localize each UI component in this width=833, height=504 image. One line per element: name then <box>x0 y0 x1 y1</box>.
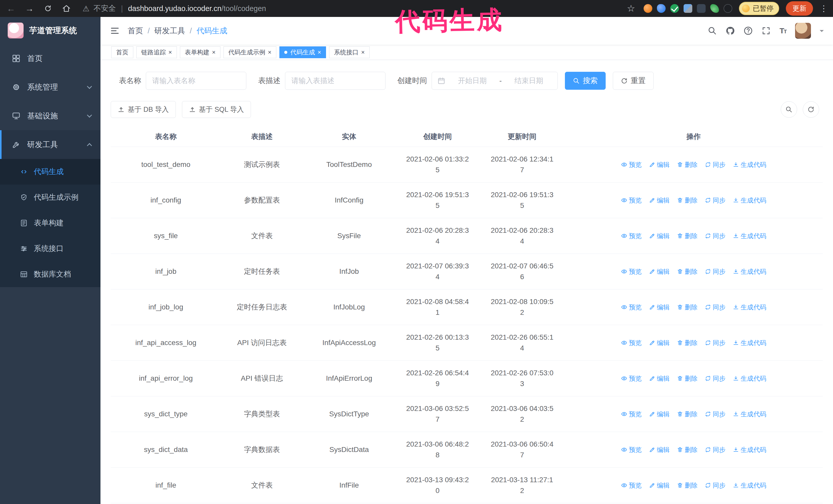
search-toggle-button[interactable] <box>781 101 797 118</box>
create-time-range-picker[interactable]: 开始日期 - 结束日期 <box>432 72 558 90</box>
generate-code-link[interactable]: 生成代码 <box>733 409 766 419</box>
browser-home-button[interactable] <box>61 3 72 14</box>
edit-link[interactable]: 编辑 <box>649 337 670 348</box>
table-name-input[interactable] <box>146 72 246 90</box>
extension-icon-4[interactable] <box>684 4 692 13</box>
sync-link[interactable]: 同步 <box>705 302 725 312</box>
extension-icon-1[interactable] <box>644 4 652 13</box>
close-icon[interactable]: × <box>168 49 172 55</box>
edit-link[interactable]: 编辑 <box>649 195 670 206</box>
extension-icon-7[interactable] <box>723 4 732 13</box>
browser-reload-button[interactable] <box>42 3 54 14</box>
edit-link[interactable]: 编辑 <box>649 231 670 241</box>
edit-link[interactable]: 编辑 <box>649 266 670 277</box>
preview-link[interactable]: 预览 <box>621 373 642 384</box>
delete-link[interactable]: 删除 <box>677 195 698 206</box>
tab-codegen-example[interactable]: 代码生成示例× <box>223 46 276 58</box>
import-db-button[interactable]: 基于 DB 导入 <box>111 101 176 118</box>
breadcrumb-home[interactable]: 首页 <box>128 26 143 36</box>
generate-code-link[interactable]: 生成代码 <box>733 195 766 206</box>
delete-link[interactable]: 删除 <box>677 444 698 455</box>
edit-link[interactable]: 编辑 <box>649 373 670 384</box>
refresh-table-button[interactable] <box>803 101 819 118</box>
start-date-placeholder[interactable]: 开始日期 <box>449 76 495 86</box>
github-icon[interactable] <box>725 26 735 35</box>
generate-code-link[interactable]: 生成代码 <box>733 373 766 384</box>
delete-link[interactable]: 删除 <box>677 231 698 241</box>
edit-link[interactable]: 编辑 <box>649 480 670 491</box>
tab-codegen[interactable]: 代码生成× <box>279 46 326 58</box>
sync-link[interactable]: 同步 <box>705 337 725 348</box>
preview-link[interactable]: 预览 <box>621 231 642 241</box>
sync-link[interactable]: 同步 <box>705 373 725 384</box>
bookmark-star-icon[interactable]: ☆ <box>625 3 637 14</box>
address-bar[interactable]: ⚠ 不安全 | dashboard.yudao.iocoder.cn/tool/… <box>79 3 618 14</box>
sidebar-item-infrastructure[interactable]: 基础设施 <box>0 101 100 130</box>
close-icon[interactable]: × <box>317 49 321 55</box>
delete-link[interactable]: 删除 <box>677 480 698 491</box>
delete-link[interactable]: 删除 <box>677 159 698 170</box>
preview-link[interactable]: 预览 <box>621 444 642 455</box>
sync-link[interactable]: 同步 <box>705 266 725 277</box>
user-avatar[interactable] <box>795 23 811 39</box>
hamburger-icon[interactable] <box>110 26 120 36</box>
delete-link[interactable]: 删除 <box>677 373 698 384</box>
end-date-placeholder[interactable]: 结束日期 <box>506 76 552 86</box>
browser-update-button[interactable]: 更新 <box>786 1 813 16</box>
delete-link[interactable]: 删除 <box>677 337 698 348</box>
edit-link[interactable]: 编辑 <box>649 409 670 419</box>
sidebar-item-dev-tools[interactable]: 研发工具 <box>0 130 100 159</box>
preview-link[interactable]: 预览 <box>621 195 642 206</box>
delete-link[interactable]: 删除 <box>677 302 698 312</box>
generate-code-link[interactable]: 生成代码 <box>733 480 766 491</box>
sync-link[interactable]: 同步 <box>705 480 725 491</box>
edit-link[interactable]: 编辑 <box>649 444 670 455</box>
close-icon[interactable]: × <box>361 49 365 55</box>
sidebar-item-codegen-example[interactable]: 代码生成示例 <box>0 185 100 210</box>
sidebar-item-home[interactable]: 首页 <box>0 44 100 73</box>
preview-link[interactable]: 预览 <box>621 409 642 419</box>
preview-link[interactable]: 预览 <box>621 302 642 312</box>
preview-link[interactable]: 预览 <box>621 480 642 491</box>
generate-code-link[interactable]: 生成代码 <box>733 444 766 455</box>
delete-link[interactable]: 删除 <box>677 266 698 277</box>
tab-home[interactable]: 首页 <box>111 46 133 58</box>
preview-link[interactable]: 预览 <box>621 337 642 348</box>
browser-forward-button[interactable]: → <box>24 3 35 14</box>
edit-link[interactable]: 编辑 <box>649 159 670 170</box>
delete-link[interactable]: 删除 <box>677 409 698 419</box>
avatar-caret-icon[interactable] <box>820 30 824 34</box>
sidebar-item-system-management[interactable]: 系统管理 <box>0 73 100 101</box>
tab-form-builder[interactable]: 表单构建× <box>180 46 220 58</box>
sidebar-item-codegen[interactable]: 代码生成 <box>0 159 100 185</box>
generate-code-link[interactable]: 生成代码 <box>733 302 766 312</box>
preview-link[interactable]: 预览 <box>621 266 642 277</box>
table-desc-input[interactable] <box>285 72 385 90</box>
sync-link[interactable]: 同步 <box>705 409 725 419</box>
sidebar-item-db-docs[interactable]: 数据库文档 <box>0 262 100 287</box>
sidebar-item-system-api[interactable]: 系统接口 <box>0 236 100 262</box>
fullscreen-icon[interactable] <box>761 26 771 35</box>
sync-link[interactable]: 同步 <box>705 444 725 455</box>
close-icon[interactable]: × <box>268 49 271 55</box>
browser-menu-icon[interactable]: ⋮ <box>820 4 828 13</box>
sync-link[interactable]: 同步 <box>705 231 725 241</box>
sidebar-item-form-builder[interactable]: 表单构建 <box>0 210 100 236</box>
generate-code-link[interactable]: 生成代码 <box>733 159 766 170</box>
edit-link[interactable]: 编辑 <box>649 302 670 312</box>
tab-trace[interactable]: 链路追踪× <box>136 46 177 58</box>
help-icon[interactable] <box>743 26 753 35</box>
reset-button[interactable]: 重置 <box>613 72 653 90</box>
extension-icon-5[interactable] <box>697 4 706 13</box>
generate-code-link[interactable]: 生成代码 <box>733 231 766 241</box>
sync-link[interactable]: 同步 <box>705 159 725 170</box>
profile-paused-badge[interactable]: 已暂停 <box>739 2 779 15</box>
sidebar-logo[interactable]: 芋道管理系统 <box>0 17 100 44</box>
import-sql-button[interactable]: 基于 SQL 导入 <box>182 101 251 118</box>
tab-system-api[interactable]: 系统接口× <box>329 46 370 58</box>
extension-icon-6[interactable] <box>710 4 719 13</box>
close-icon[interactable]: × <box>212 49 216 55</box>
generate-code-link[interactable]: 生成代码 <box>733 266 766 277</box>
browser-back-button[interactable]: ← <box>5 3 17 14</box>
sync-link[interactable]: 同步 <box>705 195 725 206</box>
